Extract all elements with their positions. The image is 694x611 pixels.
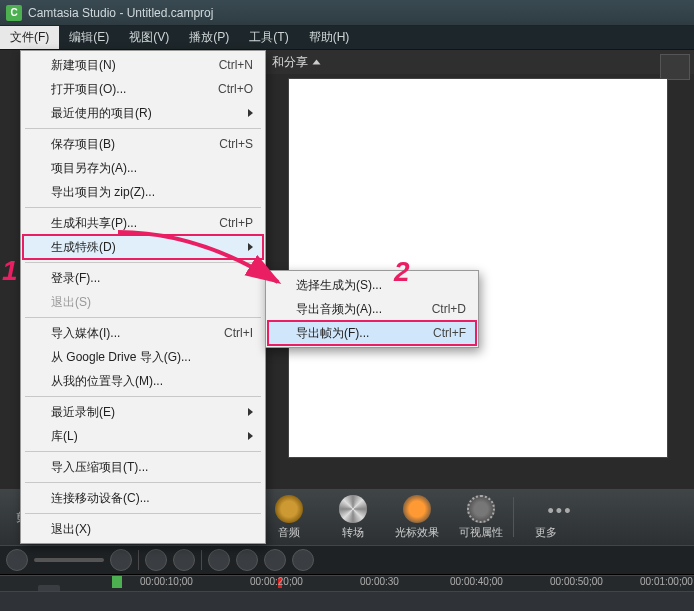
submenu-arrow-icon bbox=[248, 432, 253, 440]
menu-separator bbox=[25, 482, 261, 483]
menu-save-project-as[interactable]: 项目另存为(A)... bbox=[23, 156, 263, 180]
menu-separator bbox=[25, 317, 261, 318]
time-track[interactable] bbox=[0, 591, 694, 611]
tab-label: 音频 bbox=[257, 525, 321, 540]
menu-separator bbox=[25, 396, 261, 397]
separator bbox=[201, 550, 202, 570]
annotation-1: 1 bbox=[2, 255, 18, 287]
menu-separator bbox=[25, 128, 261, 129]
menu-import-my-places[interactable]: 从我的位置导入(M)... bbox=[23, 369, 263, 393]
menu-save-project[interactable]: 保存项目(B)Ctrl+S bbox=[23, 132, 263, 156]
tab-audio[interactable]: 音频 bbox=[257, 495, 321, 540]
submenu-arrow-icon bbox=[248, 408, 253, 416]
menu-new-project[interactable]: 新建项目(N)Ctrl+N bbox=[23, 53, 263, 77]
menu-library[interactable]: 库(L) bbox=[23, 424, 263, 448]
annotation-2: 2 bbox=[394, 256, 410, 288]
produce-share-label: 和分享 bbox=[272, 54, 308, 71]
tab-label: 转场 bbox=[321, 525, 385, 540]
timeline[interactable]: 00:00:10;00 00:00:20;00 00:00:30 00:00:4… bbox=[0, 575, 694, 611]
audio-icon bbox=[275, 495, 303, 523]
submenu-arrow-icon bbox=[248, 109, 253, 117]
separator bbox=[138, 550, 139, 570]
zoom-slider[interactable] bbox=[34, 558, 104, 562]
produce-share-strip[interactable]: 和分享 bbox=[266, 50, 694, 74]
menu-edit[interactable]: 编辑(E) bbox=[59, 26, 119, 49]
preview-canvas[interactable] bbox=[288, 78, 668, 458]
copy-button[interactable] bbox=[264, 549, 286, 571]
undo-button[interactable] bbox=[145, 549, 167, 571]
menu-file[interactable]: 文件(F) bbox=[0, 26, 59, 49]
dropdown-arrow-icon bbox=[313, 60, 321, 65]
menu-tools[interactable]: 工具(T) bbox=[239, 26, 298, 49]
menu-import-zipped[interactable]: 导入压缩项目(T)... bbox=[23, 455, 263, 479]
time-tick: 00:00:40;00 bbox=[450, 576, 503, 587]
tab-more[interactable]: 更多 bbox=[514, 495, 578, 540]
app-logo: C bbox=[6, 5, 22, 21]
visual-icon bbox=[467, 495, 495, 523]
title-bar: C Camtasia Studio - Untitled.camproj bbox=[0, 0, 694, 26]
playhead[interactable] bbox=[112, 576, 122, 588]
menu-open-project[interactable]: 打开项目(O)...Ctrl+O bbox=[23, 77, 263, 101]
menu-recent-recordings[interactable]: 最近录制(E) bbox=[23, 400, 263, 424]
menu-recent-projects[interactable]: 最近使用的项目(R) bbox=[23, 101, 263, 125]
menu-import-google-drive[interactable]: 从 Google Drive 导入(G)... bbox=[23, 345, 263, 369]
time-tick: 00:01:00;00 bbox=[640, 576, 693, 587]
menu-view[interactable]: 视图(V) bbox=[119, 26, 179, 49]
redo-button[interactable] bbox=[173, 549, 195, 571]
menu-import-media[interactable]: 导入媒体(I)...Ctrl+I bbox=[23, 321, 263, 345]
menu-separator bbox=[25, 451, 261, 452]
produce-special-submenu: 选择生成为(S)... 导出音频为(A)...Ctrl+D 导出帧为(F)...… bbox=[265, 270, 479, 348]
time-tick: 00:00:30 bbox=[360, 576, 399, 587]
time-ruler[interactable]: 00:00:10;00 00:00:20;00 00:00:30 00:00:4… bbox=[0, 575, 694, 591]
time-tick: 00:00:50;00 bbox=[550, 576, 603, 587]
tab-label: 可视属性 bbox=[449, 525, 513, 540]
tab-label: 光标效果 bbox=[385, 525, 449, 540]
tab-visual-properties[interactable]: 可视属性 bbox=[449, 495, 513, 540]
menu-exit[interactable]: 退出(X) bbox=[23, 517, 263, 541]
menu-bar: 文件(F) 编辑(E) 视图(V) 播放(P) 工具(T) 帮助(H) bbox=[0, 26, 694, 50]
cut-button[interactable] bbox=[208, 549, 230, 571]
tab-cursor-effects[interactable]: 光标效果 bbox=[385, 495, 449, 540]
cursor-icon bbox=[403, 495, 431, 523]
split-button[interactable] bbox=[236, 549, 258, 571]
menu-help[interactable]: 帮助(H) bbox=[299, 26, 360, 49]
menu-separator bbox=[25, 207, 261, 208]
zoom-in-button[interactable] bbox=[110, 549, 132, 571]
menu-play[interactable]: 播放(P) bbox=[179, 26, 239, 49]
timeline-controls bbox=[0, 545, 694, 575]
time-tick: 00:00:20;00 bbox=[250, 576, 303, 587]
menu-export-zip[interactable]: 导出项目为 zip(Z)... bbox=[23, 180, 263, 204]
submenu-export-frame[interactable]: 导出帧为(F)...Ctrl+F bbox=[268, 321, 476, 345]
tab-transitions[interactable]: 转场 bbox=[321, 495, 385, 540]
zoom-out-button[interactable] bbox=[6, 549, 28, 571]
submenu-produce-as[interactable]: 选择生成为(S)... bbox=[268, 273, 476, 297]
window-title: Camtasia Studio - Untitled.camproj bbox=[28, 6, 213, 20]
tab-label: 更多 bbox=[514, 525, 578, 540]
submenu-export-audio[interactable]: 导出音频为(A)...Ctrl+D bbox=[268, 297, 476, 321]
annotation-arrow bbox=[108, 222, 288, 302]
menu-connect-mobile[interactable]: 连接移动设备(C)... bbox=[23, 486, 263, 510]
time-tick: 00:00:10;00 bbox=[140, 576, 193, 587]
more-icon bbox=[532, 495, 560, 523]
transitions-icon bbox=[339, 495, 367, 523]
fullscreen-button[interactable] bbox=[660, 54, 690, 80]
menu-separator bbox=[25, 513, 261, 514]
paste-button[interactable] bbox=[292, 549, 314, 571]
